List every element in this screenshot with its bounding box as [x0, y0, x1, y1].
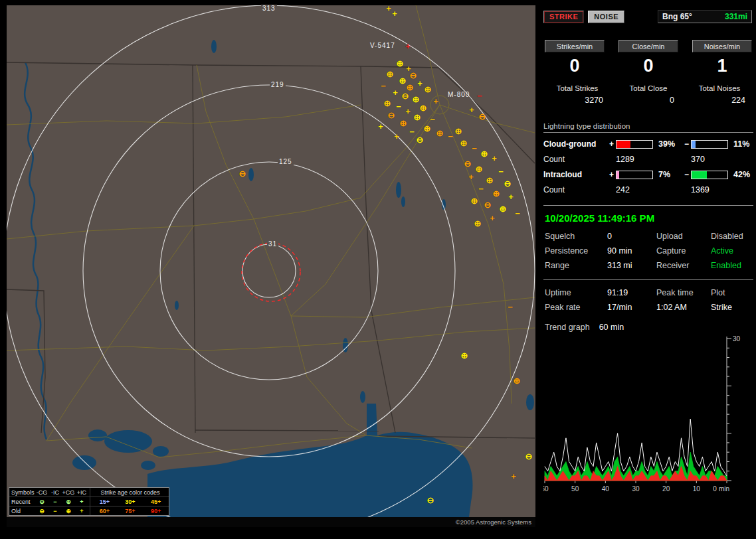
strike-symbol-+IC: +	[405, 108, 411, 115]
ic-plus-gauge	[616, 171, 653, 179]
strike-symbol-+CG: ⊕	[514, 378, 521, 384]
strike-symbol--CG: ⊖	[417, 137, 424, 143]
noises-per-min-chip: Noises/min	[692, 40, 752, 52]
legend-divider	[90, 497, 90, 506]
count-label: Count	[543, 185, 607, 194]
count-label: Count	[543, 155, 607, 164]
receiver-label: Receiver	[656, 261, 711, 270]
strike-symbol-+IC: +	[492, 155, 497, 162]
upload-status: Disabled	[711, 232, 753, 241]
ring-label-219: 219	[270, 81, 286, 88]
strike-symbol-+IC: +	[393, 90, 398, 96]
strike-symbol-+IC: +	[386, 5, 391, 12]
cloud-ground-count-row: Count 1289 370	[543, 152, 753, 167]
trend-graph-label: Trend graph	[545, 323, 590, 332]
neg-ic-icon: −	[48, 499, 62, 505]
trend-window-value: 60 min	[599, 323, 624, 332]
panel-toolbar: STRIKE NOISE Bng 65° 331mi	[543, 9, 753, 24]
strike-symbol--IC: −	[498, 169, 504, 175]
intracloud-label: Intracloud	[543, 170, 607, 179]
strike-symbol--IC: −	[396, 104, 401, 110]
pos-ic-icon: +	[75, 499, 88, 505]
strike-button[interactable]: STRIKE	[543, 11, 584, 23]
uptime-label: Uptime	[545, 288, 607, 297]
stats-grid: Uptime 91:19 Peak time Plot Peak rate 17…	[545, 288, 753, 312]
strike-symbol--IC: −	[409, 129, 415, 135]
separator	[543, 279, 753, 280]
rate-labels: Strikes/min Close/min Noises/min	[543, 40, 753, 52]
strike-symbol-+CG: ⊕	[493, 191, 500, 197]
uptime-value: 91:19	[607, 288, 656, 297]
receiver-status: Enabled	[711, 261, 753, 270]
totals-row: Total Strikes 3270 Total Close 0 Total N…	[543, 84, 753, 105]
strike-symbol--IC: −	[381, 83, 386, 90]
strike-symbol--IC: −	[515, 210, 520, 217]
strike-symbol-+IC: +	[394, 133, 399, 140]
strike-symbol-+CG: ⊕	[413, 96, 420, 103]
svg-text:30: 30	[632, 485, 640, 493]
range-label: Range	[545, 261, 607, 270]
pos-cg-icon: ⊕	[62, 508, 75, 514]
strike-symbol-+IC: +	[405, 43, 411, 50]
legend-age-row-1: 15+ 30+ 45+	[92, 499, 169, 505]
strike-symbol--CG: ⊖	[239, 171, 246, 177]
trend-graph-plot: 306050403020100min	[543, 335, 751, 502]
total-strikes: Total Strikes 3270	[545, 84, 610, 105]
cloud-ground-row: Cloud-ground + 39% − 11%	[543, 136, 753, 152]
strike-symbol--IC: −	[508, 304, 513, 311]
separator	[543, 132, 753, 133]
strike-symbol--IC: −	[472, 145, 477, 152]
age-45: 45+	[143, 499, 169, 505]
strike-symbol--CG: ⊖	[464, 161, 472, 167]
distribution-title: Lightning type distribution	[543, 122, 753, 130]
squelch-value: 0	[607, 232, 656, 241]
svg-text:min: min	[719, 485, 729, 493]
age-90: 90+	[143, 508, 169, 514]
strike-symbol-+CG: ⊕	[476, 166, 483, 173]
svg-text:10: 10	[693, 485, 701, 493]
strike-symbol-+CG: ⊕	[397, 60, 404, 67]
age-60: 60+	[92, 508, 118, 514]
strike-symbol-+CG: ⊕	[481, 151, 488, 157]
strike-symbol-+IC: +	[469, 107, 474, 114]
peak-time-value: 1:02 AM	[656, 303, 711, 312]
capture-status: Active	[711, 246, 753, 256]
noise-button[interactable]: NOISE	[588, 11, 624, 23]
datetime-display: 10/20/2025 11:49:16 PM	[545, 212, 753, 224]
distribution-table: Cloud-ground + 39% − 11% Count 1289 370 …	[543, 136, 753, 197]
bearing-display: Bng 65° 331mi	[658, 10, 752, 23]
neg-cg-icon: ⊖	[35, 499, 48, 505]
strike-symbol--IC: −	[478, 186, 484, 193]
strike-symbol-+CG: ⊕	[420, 105, 427, 112]
plus-sign: +	[607, 139, 616, 149]
ic-minus-gauge	[691, 171, 728, 179]
strike-symbol-+CG: ⊕	[407, 84, 414, 91]
strike-symbol-+CG: ⊕	[500, 206, 507, 212]
peak-rate-value: 17/min	[607, 303, 656, 312]
strike-symbol-+IC: +	[378, 123, 383, 130]
strike-symbol-+IC: +	[508, 194, 514, 200]
range-value: 313 mi	[607, 261, 656, 270]
strike-symbol-+CG: ⊕	[425, 86, 432, 93]
copyright-text: ©2005 Astrogenic Systems	[456, 518, 535, 526]
cg-minus-gauge	[691, 140, 728, 149]
ring-label-31: 31	[267, 240, 278, 248]
settings-grid: Squelch 0 Upload Disabled Persistence 90…	[545, 232, 753, 270]
bearing-range: 331mi	[725, 12, 747, 21]
legend-col-pcg: +CG	[62, 489, 75, 496]
total-strikes-value: 3270	[545, 96, 610, 105]
strike-symbol-+CG: ⊕	[460, 140, 468, 147]
strike-symbol-+CG: ⊕	[471, 198, 478, 204]
pos-ic-icon: +	[75, 508, 88, 514]
svg-text:50: 50	[571, 485, 579, 493]
legend-recent-label: Recent	[9, 499, 35, 505]
close-per-min-chip: Close/min	[618, 40, 678, 52]
total-close-value: 0	[616, 96, 681, 105]
total-noises: Total Noises 224	[687, 84, 752, 105]
strike-symbol-+IC: +	[392, 11, 397, 17]
strike-symbol--CG: ⊖	[427, 497, 434, 504]
minus-sign: −	[682, 139, 691, 149]
strike-symbol--CG: ⊖	[484, 202, 492, 208]
strike-symbol--IC: −	[448, 133, 453, 140]
lightning-map[interactable]: +++−⊕+⊕⊖⊕+−⊕⊕+⊖⊕+⊕−⊕+⊖⊕−⊕+⊕−⊕+⊖−⊕+⊖⊕−⊕+⊖…	[7, 5, 535, 527]
